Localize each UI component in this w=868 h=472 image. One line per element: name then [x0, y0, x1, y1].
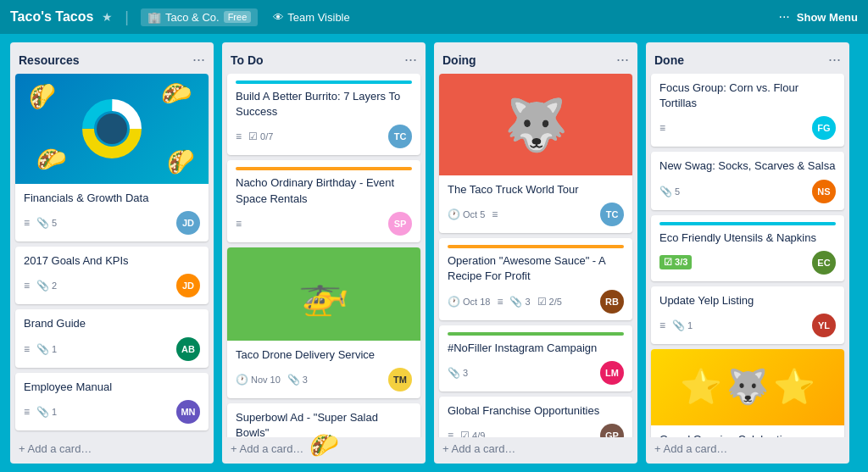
card-eco[interactable]: Eco Friendly Utensils & Napkins ☑ 3/3 EC	[651, 215, 844, 281]
avatar-truck: TC	[600, 203, 624, 226]
header-divider: |	[125, 8, 129, 26]
list-menu-icon-resources[interactable]: ···	[192, 51, 205, 69]
meta-desc-awesome: ≡	[497, 296, 503, 308]
card-drone[interactable]: 🚁 🌮 Taco Drone Delivery Service 🕐Nov 10 …	[227, 247, 420, 398]
card-meta-instagram: 📎3 LM	[448, 361, 624, 385]
card-yelp[interactable]: Update Yelp Listing ≡ 📎1 YL	[651, 286, 844, 344]
attach-icon-yelp: 📎	[672, 319, 685, 331]
show-menu-button[interactable]: Show Menu	[797, 11, 858, 24]
list-title-todo: To Do	[231, 53, 264, 67]
card-title-nacho: Nacho Ordinary Birthday - Event Space Re…	[236, 175, 412, 206]
desc-icon-nacho: ≡	[236, 218, 242, 230]
star-icon[interactable]: ★	[102, 10, 113, 24]
meta-attach-yelp: 📎1	[672, 319, 693, 331]
attach-icon-swag: 📎	[659, 186, 672, 197]
avatar-yelp: YL	[812, 314, 836, 337]
desc-icon: ≡	[24, 217, 30, 229]
header-right: ··· Show Menu	[778, 9, 858, 25]
board-title: Taco's Tacos	[10, 9, 93, 25]
desc-icon-focus: ≡	[659, 122, 665, 134]
list-done: Done ··· Focus Group: Corn vs. Flour Tor…	[646, 42, 849, 464]
card-nacho[interactable]: Nacho Ordinary Birthday - Event Space Re…	[227, 160, 420, 242]
card-title-financials: Financials & Growth Data	[24, 191, 200, 206]
card-focus[interactable]: Focus Group: Corn vs. Flour Tortillas ≡ …	[651, 74, 844, 147]
card-meta-eco: ☑ 3/3 EC	[659, 251, 836, 275]
desc-icon-burrito: ≡	[236, 130, 242, 142]
card-label-eco	[659, 222, 836, 225]
list-header-todo: To Do ···	[222, 42, 426, 74]
list-doing: Doing ··· 🐺 The Taco Truck World Tour 🕐O…	[434, 42, 637, 464]
meta-date-awesome: 🕐Oct 18	[448, 296, 490, 308]
card-title-drone: Taco Drone Delivery Service	[236, 347, 412, 363]
add-card-done[interactable]: + Add a card…	[646, 437, 849, 464]
list-menu-icon-todo[interactable]: ···	[404, 51, 417, 69]
card-franchise[interactable]: Global Franchise Opportunities ≡ ☑4/9 GP	[439, 397, 632, 437]
date-icon-drone: 🕐	[236, 374, 248, 386]
taco-emoji-br: 🌮	[163, 144, 198, 179]
card-label-instagram	[448, 332, 624, 336]
add-card-doing[interactable]: + Add a card…	[434, 437, 637, 464]
show-menu-label: Show Menu	[797, 11, 858, 24]
card-label-awesome	[448, 245, 624, 248]
meta-attach-awesome: 📎3	[509, 296, 530, 308]
meta-desc-franchise: ≡	[448, 430, 453, 437]
meta-attach-brand: 📎1	[36, 343, 57, 355]
card-meta-drone: 🕐Nov 10 📎3 TM	[236, 368, 412, 391]
meta-desc-focus: ≡	[659, 122, 665, 134]
badge-eco: ☑ 3/3	[659, 255, 692, 269]
list-title-done: Done	[654, 53, 684, 67]
card-instagram[interactable]: #NoFiller Instagram Campaign 📎3 LM	[439, 325, 632, 391]
card-employee[interactable]: Employee Manual ≡ 📎1 MN	[15, 373, 209, 430]
taco-emoji-bl: 🌮	[34, 143, 68, 176]
desc-icon-yelp: ≡	[659, 319, 665, 331]
card-title-awesome: Operation "Awesome Sauce" - A Recipe For…	[448, 253, 624, 284]
meta-date-truck: 🕐Oct 5	[448, 208, 485, 220]
card-meta-employee: ≡ 📎1 MN	[24, 400, 200, 424]
star-right-icon: ⭐	[773, 367, 815, 407]
drone-emoji: 🚁	[298, 270, 349, 318]
card-meta-awesome: 🕐Oct 18 ≡ 📎3 ☑2/5 RB	[448, 290, 624, 314]
list-header-done: Done ···	[646, 42, 849, 74]
check-icon-awesome: ☑	[537, 296, 547, 308]
card-meta-financials: ≡ 📎5 JD	[24, 211, 200, 235]
card-goals[interactable]: 2017 Goals And KPIs ≡ 📎2 JD	[15, 247, 209, 304]
card-awesome[interactable]: Operation "Awesome Sauce" - A Recipe For…	[439, 238, 632, 319]
workspace-icon: 🏢	[147, 11, 161, 24]
list-cards-resources: 🌮 🌮 🌮 🌮 Financials & Growth Data ≡ 📎5	[10, 74, 214, 437]
card-brand[interactable]: Brand Guide ≡ 📎1 AB	[15, 309, 209, 367]
visibility-button[interactable]: 👁 Team Visible	[266, 8, 356, 26]
list-menu-icon-doing[interactable]: ···	[616, 51, 629, 69]
list-cards-done: Focus Group: Corn vs. Flour Tortillas ≡ …	[646, 74, 849, 437]
card-grand[interactable]: ⭐ 🐺 ⭐ Grand Opening Celebration 🕐 Aug 11…	[651, 349, 844, 437]
list-resources: Resources ··· 🌮 🌮 🌮 🌮 Fin	[10, 42, 214, 464]
meta-date-drone: 🕐Nov 10	[236, 374, 281, 386]
check-icon-franchise: ☑	[460, 430, 470, 437]
meta-attach-drone: 📎3	[287, 374, 308, 386]
free-badge: Free	[224, 11, 252, 23]
meta-desc-employee: ≡	[24, 406, 30, 418]
meta-desc-nacho: ≡	[236, 218, 242, 230]
card-truck[interactable]: 🐺 The Taco Truck World Tour 🕐Oct 5 ≡ TC	[439, 74, 632, 233]
meta-desc-truck: ≡	[492, 208, 498, 220]
card-meta-focus: ≡ FG	[659, 116, 836, 140]
list-cards-doing: 🐺 The Taco Truck World Tour 🕐Oct 5 ≡ TC …	[434, 74, 637, 437]
dog-cover: 🐺	[439, 74, 632, 175]
avatar-employee: MN	[176, 400, 200, 424]
add-card-resources[interactable]: + Add a card…	[10, 437, 214, 464]
list-menu-icon-done[interactable]: ···	[828, 51, 841, 69]
card-financials[interactable]: 🌮 🌮 🌮 🌮 Financials & Growth Data ≡ 📎5	[15, 74, 209, 242]
card-swag[interactable]: New Swag: Socks, Scarves & Salsa 📎5 NS	[651, 152, 844, 209]
card-label-burrito	[236, 81, 412, 84]
card-burrito[interactable]: Build A Better Burrito: 7 Layers To Succ…	[227, 74, 420, 155]
avatar-drone: TM	[388, 368, 412, 391]
avatar-goals: JD	[176, 274, 200, 297]
meta-check-franchise: ☑4/9	[460, 430, 485, 437]
resource-cover: 🌮 🌮 🌮 🌮	[15, 74, 209, 184]
visibility-label: Team Visible	[287, 11, 349, 24]
workspace-button[interactable]: 🏢 Taco & Co. Free	[141, 8, 258, 26]
card-title-eco: Eco Friendly Utensils & Napkins	[659, 230, 836, 246]
meta-check-awesome: ☑2/5	[537, 296, 562, 308]
desc-icon-franchise: ≡	[448, 430, 453, 437]
avatar-eco: EC	[812, 251, 836, 275]
attach-icon: 📎	[36, 217, 49, 229]
